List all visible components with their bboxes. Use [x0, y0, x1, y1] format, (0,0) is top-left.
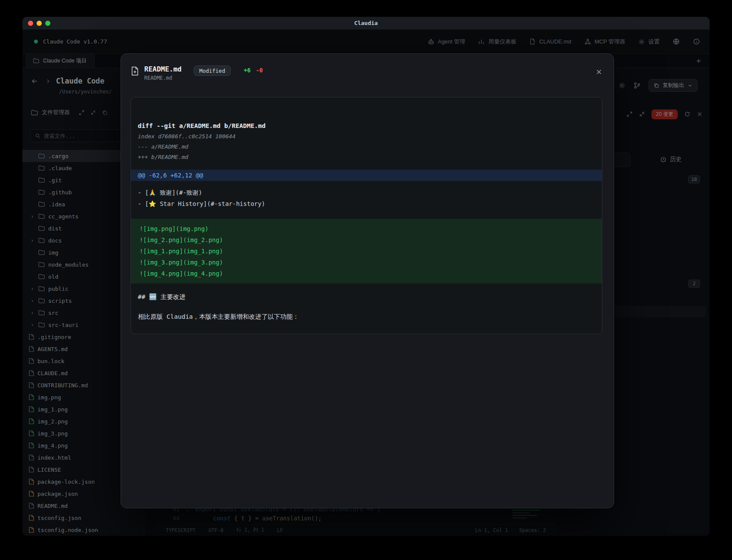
window-title: Claudia [354, 20, 378, 26]
diff-file-icon [130, 66, 139, 76]
modal-close-button[interactable] [596, 68, 602, 75]
diff-added-line: ![img.png](img.png) [131, 223, 602, 234]
diff-context-line: - [⭐ Star History](#-star-history) [131, 198, 602, 209]
diff-added-line: ![img_1.png](img_1.png) [131, 246, 602, 257]
modal-header: README.md README.md Modified +6 -0 [121, 54, 614, 90]
titlebar: Claudia [22, 17, 710, 30]
diff-index-line: index d76086f..c0c2514 100644 [138, 133, 595, 140]
diff-modal: README.md README.md Modified +6 -0 diff … [121, 53, 614, 508]
diff-heading-line: ## 🆕 主要改进 [138, 293, 595, 301]
diff-to-line: +++ b/README.md [138, 154, 595, 160]
diff-context-line: - [🙏 致谢](#-致谢) [131, 187, 602, 198]
diff-added-line: ![img_3.png](img_3.png) [131, 257, 602, 268]
diff-from-line: --- a/README.md [138, 143, 595, 150]
diff-context-lines: - [🙏 致谢](#-致谢)- [⭐ Star History](#-star-… [131, 187, 602, 209]
additions-count: +6 [244, 67, 251, 74]
diff-paragraph-line: 相比原版 Claudia，本版本主要新增和改进了以下功能： [138, 313, 595, 321]
modified-badge: Modified [194, 65, 231, 76]
modal-title: README.md [144, 65, 182, 73]
deletions-count: -0 [256, 67, 263, 74]
diff-added-line: ![img_4.png](img_4.png) [131, 268, 602, 279]
modal-subtitle: README.md [144, 75, 182, 81]
diff-added-block: ![img.png](img.png)![img_2.png](img_2.pn… [131, 219, 602, 283]
diff-added-line: ![img_2.png](img_2.png) [131, 234, 602, 246]
diff-hunk-line: @@ -62,6 +62,12 @@ [131, 170, 602, 181]
diff-panel: diff --git a/README.md b/README.md index… [130, 97, 602, 334]
zoom-window-button[interactable] [45, 21, 50, 26]
minimize-window-button[interactable] [37, 21, 42, 26]
close-window-button[interactable] [28, 21, 33, 26]
diff-header-line: diff --git a/README.md b/README.md [138, 122, 595, 129]
